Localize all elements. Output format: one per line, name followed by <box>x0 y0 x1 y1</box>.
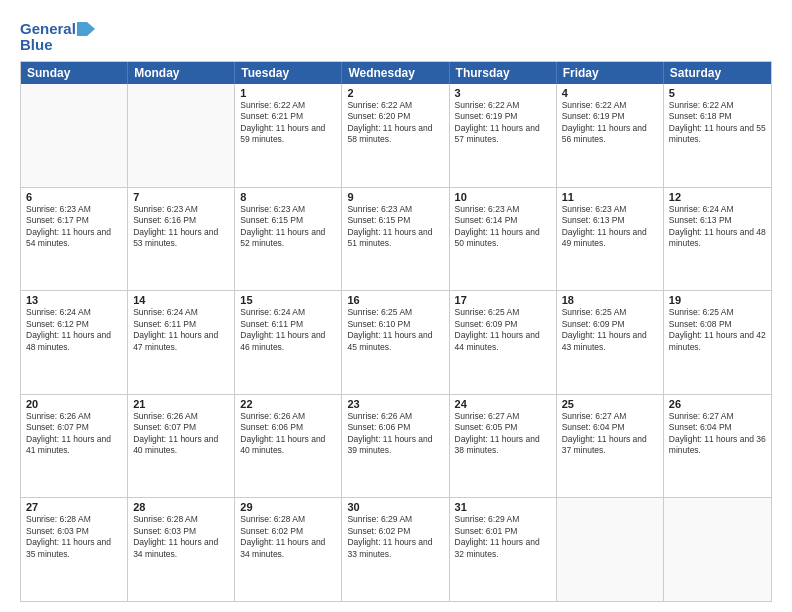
daylight: Daylight: 11 hours and 36 minutes. <box>669 434 766 457</box>
daylight: Daylight: 11 hours and 37 minutes. <box>562 434 658 457</box>
calendar-row-3: 13Sunrise: 6:24 AMSunset: 6:12 PMDayligh… <box>21 291 771 395</box>
day-number: 29 <box>240 501 336 513</box>
day-header-saturday: Saturday <box>664 62 771 84</box>
logo-text-block: General Blue <box>20 20 95 53</box>
sunset: Sunset: 6:04 PM <box>669 422 766 433</box>
day-header-tuesday: Tuesday <box>235 62 342 84</box>
day-number: 12 <box>669 191 766 203</box>
daylight: Daylight: 11 hours and 34 minutes. <box>133 537 229 560</box>
daylight: Daylight: 11 hours and 52 minutes. <box>240 227 336 250</box>
day-header-thursday: Thursday <box>450 62 557 84</box>
sunset: Sunset: 6:01 PM <box>455 526 551 537</box>
daylight: Daylight: 11 hours and 58 minutes. <box>347 123 443 146</box>
daylight: Daylight: 11 hours and 45 minutes. <box>347 330 443 353</box>
sunset: Sunset: 6:09 PM <box>562 319 658 330</box>
sunrise: Sunrise: 6:24 AM <box>133 307 229 318</box>
sunset: Sunset: 6:18 PM <box>669 111 766 122</box>
daylight: Daylight: 11 hours and 48 minutes. <box>669 227 766 250</box>
day-number: 19 <box>669 294 766 306</box>
sunset: Sunset: 6:02 PM <box>240 526 336 537</box>
sunset: Sunset: 6:10 PM <box>347 319 443 330</box>
day-cell-29: 29Sunrise: 6:28 AMSunset: 6:02 PMDayligh… <box>235 498 342 601</box>
logo-blue: Blue <box>20 36 53 53</box>
day-cell-15: 15Sunrise: 6:24 AMSunset: 6:11 PMDayligh… <box>235 291 342 394</box>
day-cell-13: 13Sunrise: 6:24 AMSunset: 6:12 PMDayligh… <box>21 291 128 394</box>
day-number: 2 <box>347 87 443 99</box>
daylight: Daylight: 11 hours and 53 minutes. <box>133 227 229 250</box>
day-cell-30: 30Sunrise: 6:29 AMSunset: 6:02 PMDayligh… <box>342 498 449 601</box>
daylight: Daylight: 11 hours and 56 minutes. <box>562 123 658 146</box>
day-cell-18: 18Sunrise: 6:25 AMSunset: 6:09 PMDayligh… <box>557 291 664 394</box>
sunrise: Sunrise: 6:23 AM <box>26 204 122 215</box>
sunrise: Sunrise: 6:23 AM <box>455 204 551 215</box>
sunset: Sunset: 6:02 PM <box>347 526 443 537</box>
day-number: 31 <box>455 501 551 513</box>
day-cell-24: 24Sunrise: 6:27 AMSunset: 6:05 PMDayligh… <box>450 395 557 498</box>
day-number: 23 <box>347 398 443 410</box>
day-cell-12: 12Sunrise: 6:24 AMSunset: 6:13 PMDayligh… <box>664 188 771 291</box>
day-cell-25: 25Sunrise: 6:27 AMSunset: 6:04 PMDayligh… <box>557 395 664 498</box>
day-cell-31: 31Sunrise: 6:29 AMSunset: 6:01 PMDayligh… <box>450 498 557 601</box>
sunrise: Sunrise: 6:24 AM <box>240 307 336 318</box>
empty-cell <box>664 498 771 601</box>
sunset: Sunset: 6:14 PM <box>455 215 551 226</box>
day-cell-28: 28Sunrise: 6:28 AMSunset: 6:03 PMDayligh… <box>128 498 235 601</box>
day-number: 27 <box>26 501 122 513</box>
day-header-friday: Friday <box>557 62 664 84</box>
sunrise: Sunrise: 6:27 AM <box>562 411 658 422</box>
day-cell-2: 2Sunrise: 6:22 AMSunset: 6:20 PMDaylight… <box>342 84 449 187</box>
day-cell-26: 26Sunrise: 6:27 AMSunset: 6:04 PMDayligh… <box>664 395 771 498</box>
daylight: Daylight: 11 hours and 39 minutes. <box>347 434 443 457</box>
logo-arrow-icon <box>77 22 95 36</box>
sunrise: Sunrise: 6:24 AM <box>669 204 766 215</box>
day-number: 26 <box>669 398 766 410</box>
day-cell-8: 8Sunrise: 6:23 AMSunset: 6:15 PMDaylight… <box>235 188 342 291</box>
page: General Blue SundayMondayTuesdayWednesda… <box>0 0 792 612</box>
sunrise: Sunrise: 6:23 AM <box>347 204 443 215</box>
header: General Blue <box>20 16 772 53</box>
day-number: 21 <box>133 398 229 410</box>
day-cell-11: 11Sunrise: 6:23 AMSunset: 6:13 PMDayligh… <box>557 188 664 291</box>
sunset: Sunset: 6:17 PM <box>26 215 122 226</box>
day-number: 20 <box>26 398 122 410</box>
day-cell-20: 20Sunrise: 6:26 AMSunset: 6:07 PMDayligh… <box>21 395 128 498</box>
logo: General Blue <box>20 20 95 53</box>
daylight: Daylight: 11 hours and 40 minutes. <box>133 434 229 457</box>
day-header-monday: Monday <box>128 62 235 84</box>
day-cell-22: 22Sunrise: 6:26 AMSunset: 6:06 PMDayligh… <box>235 395 342 498</box>
day-cell-17: 17Sunrise: 6:25 AMSunset: 6:09 PMDayligh… <box>450 291 557 394</box>
sunrise: Sunrise: 6:22 AM <box>240 100 336 111</box>
sunset: Sunset: 6:06 PM <box>240 422 336 433</box>
sunset: Sunset: 6:11 PM <box>240 319 336 330</box>
sunrise: Sunrise: 6:25 AM <box>669 307 766 318</box>
sunrise: Sunrise: 6:26 AM <box>240 411 336 422</box>
daylight: Daylight: 11 hours and 35 minutes. <box>26 537 122 560</box>
daylight: Daylight: 11 hours and 41 minutes. <box>26 434 122 457</box>
day-number: 10 <box>455 191 551 203</box>
day-cell-4: 4Sunrise: 6:22 AMSunset: 6:19 PMDaylight… <box>557 84 664 187</box>
sunrise: Sunrise: 6:27 AM <box>455 411 551 422</box>
daylight: Daylight: 11 hours and 55 minutes. <box>669 123 766 146</box>
sunset: Sunset: 6:20 PM <box>347 111 443 122</box>
sunset: Sunset: 6:19 PM <box>455 111 551 122</box>
daylight: Daylight: 11 hours and 34 minutes. <box>240 537 336 560</box>
day-number: 9 <box>347 191 443 203</box>
sunrise: Sunrise: 6:28 AM <box>240 514 336 525</box>
day-cell-3: 3Sunrise: 6:22 AMSunset: 6:19 PMDaylight… <box>450 84 557 187</box>
day-cell-19: 19Sunrise: 6:25 AMSunset: 6:08 PMDayligh… <box>664 291 771 394</box>
daylight: Daylight: 11 hours and 54 minutes. <box>26 227 122 250</box>
day-cell-9: 9Sunrise: 6:23 AMSunset: 6:15 PMDaylight… <box>342 188 449 291</box>
sunrise: Sunrise: 6:29 AM <box>455 514 551 525</box>
daylight: Daylight: 11 hours and 49 minutes. <box>562 227 658 250</box>
sunset: Sunset: 6:03 PM <box>133 526 229 537</box>
sunrise: Sunrise: 6:26 AM <box>26 411 122 422</box>
sunset: Sunset: 6:07 PM <box>133 422 229 433</box>
day-cell-14: 14Sunrise: 6:24 AMSunset: 6:11 PMDayligh… <box>128 291 235 394</box>
day-number: 6 <box>26 191 122 203</box>
empty-cell <box>557 498 664 601</box>
daylight: Daylight: 11 hours and 57 minutes. <box>455 123 551 146</box>
day-header-wednesday: Wednesday <box>342 62 449 84</box>
sunrise: Sunrise: 6:23 AM <box>133 204 229 215</box>
sunset: Sunset: 6:07 PM <box>26 422 122 433</box>
sunset: Sunset: 6:11 PM <box>133 319 229 330</box>
